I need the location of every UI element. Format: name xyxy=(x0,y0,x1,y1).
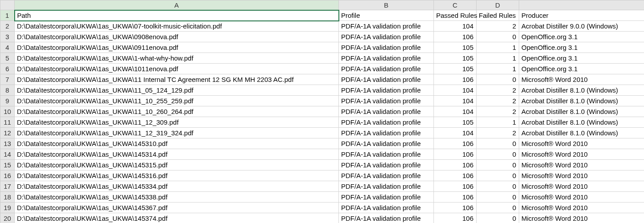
cell-D6[interactable]: 1 xyxy=(477,64,519,74)
row-header-20[interactable]: 20 xyxy=(0,213,15,223)
cell-E20[interactable]: Microsoft® Word 2010 xyxy=(519,213,644,223)
cell-A10[interactable]: D:\Data\testcorpora\UKWA\1as_UKWA\11_10_… xyxy=(15,106,339,117)
cell-B18[interactable]: PDF/A-1A validation profile xyxy=(339,192,434,203)
cell-C4[interactable]: 105 xyxy=(434,42,477,53)
cell-D4[interactable]: 1 xyxy=(477,42,519,53)
cell-B9[interactable]: PDF/A-1A validation profile xyxy=(339,96,434,106)
column-header-C[interactable]: C xyxy=(434,0,477,10)
cell-D13[interactable]: 0 xyxy=(477,138,519,149)
cell-E9[interactable]: Acrobat Distiller 8.1.0 (Windows) xyxy=(519,96,644,106)
cell-A14[interactable]: D:\Data\testcorpora\UKWA\1as_UKWA\145314… xyxy=(15,149,339,160)
cell-E14[interactable]: Microsoft® Word 2010 xyxy=(519,149,644,160)
row-header-6[interactable]: 6 xyxy=(0,64,15,74)
cell-B7[interactable]: PDF/A-1A validation profile xyxy=(339,74,434,85)
cell-C16[interactable]: 106 xyxy=(434,170,477,181)
cell-E15[interactable]: Microsoft® Word 2010 xyxy=(519,160,644,170)
cell-D7[interactable]: 0 xyxy=(477,74,519,85)
row-header-16[interactable]: 16 xyxy=(0,170,15,181)
cell-D18[interactable]: 0 xyxy=(477,192,519,203)
column-header-E[interactable] xyxy=(519,0,644,10)
row-header-12[interactable]: 12 xyxy=(0,128,15,138)
cell-D11[interactable]: 1 xyxy=(477,117,519,128)
cell-B19[interactable]: PDF/A-1A validation profile xyxy=(339,203,434,213)
cell-E13[interactable]: Microsoft® Word 2010 xyxy=(519,138,644,149)
cell-C5[interactable]: 105 xyxy=(434,53,477,64)
cell-E4[interactable]: OpenOffice.org 3.1 xyxy=(519,42,644,53)
cell-D12[interactable]: 2 xyxy=(477,128,519,138)
cell-E12[interactable]: Acrobat Distiller 8.1.0 (Windows) xyxy=(519,128,644,138)
cell-A5[interactable]: D:\Data\testcorpora\UKWA\1as_UKWA\1-what… xyxy=(15,53,339,64)
row-header-7[interactable]: 7 xyxy=(0,74,15,85)
cell-D15[interactable]: 0 xyxy=(477,160,519,170)
cell-B3[interactable]: PDF/A-1A validation profile xyxy=(339,32,434,42)
cell-D3[interactable]: 0 xyxy=(477,32,519,42)
cell-D17[interactable]: 0 xyxy=(477,181,519,192)
cell-E10[interactable]: Acrobat Distiller 8.1.0 (Windows) xyxy=(519,106,644,117)
cell-B1[interactable]: Profile xyxy=(339,10,434,21)
cell-A13[interactable]: D:\Data\testcorpora\UKWA\1as_UKWA\145310… xyxy=(15,138,339,149)
cell-A8[interactable]: D:\Data\testcorpora\UKWA\1as_UKWA\11_05_… xyxy=(15,85,339,96)
cell-D1[interactable]: Failed Rules xyxy=(477,10,519,21)
cell-C8[interactable]: 104 xyxy=(434,85,477,96)
cell-C2[interactable]: 104 xyxy=(434,21,477,32)
cell-C1[interactable]: Passed Rules xyxy=(434,10,477,21)
cell-C10[interactable]: 104 xyxy=(434,106,477,117)
cell-C9[interactable]: 104 xyxy=(434,96,477,106)
cell-E5[interactable]: OpenOffice.org 3.1 xyxy=(519,53,644,64)
cell-B13[interactable]: PDF/A-1A validation profile xyxy=(339,138,434,149)
cell-B2[interactable]: PDF/A-1A validation profile xyxy=(339,21,434,32)
cell-E3[interactable]: OpenOffice.org 3.1 xyxy=(519,32,644,42)
cell-B11[interactable]: PDF/A-1A validation profile xyxy=(339,117,434,128)
cell-E18[interactable]: Microsoft® Word 2010 xyxy=(519,192,644,203)
cell-E8[interactable]: Acrobat Distiller 8.1.0 (Windows) xyxy=(519,85,644,96)
row-header-17[interactable]: 17 xyxy=(0,181,15,192)
cell-D20[interactable]: 0 xyxy=(477,213,519,223)
row-header-3[interactable]: 3 xyxy=(0,32,15,42)
spreadsheet-grid[interactable]: A B C D 1 Path Profile Passed Rules Fail… xyxy=(0,0,644,223)
cell-D10[interactable]: 2 xyxy=(477,106,519,117)
row-header-19[interactable]: 19 xyxy=(0,203,15,213)
cell-B8[interactable]: PDF/A-1A validation profile xyxy=(339,85,434,96)
cell-E2[interactable]: Acrobat Distiller 9.0.0 (Windows) xyxy=(519,21,644,32)
cell-E6[interactable]: OpenOffice.org 3.1 xyxy=(519,64,644,74)
cell-B15[interactable]: PDF/A-1A validation profile xyxy=(339,160,434,170)
row-header-10[interactable]: 10 xyxy=(0,106,15,117)
row-header-5[interactable]: 5 xyxy=(0,53,15,64)
cell-C6[interactable]: 105 xyxy=(434,64,477,74)
cell-A18[interactable]: D:\Data\testcorpora\UKWA\1as_UKWA\145338… xyxy=(15,192,339,203)
cell-E16[interactable]: Microsoft® Word 2010 xyxy=(519,170,644,181)
column-header-B[interactable]: B xyxy=(339,0,434,10)
cell-B4[interactable]: PDF/A-1A validation profile xyxy=(339,42,434,53)
row-header-4[interactable]: 4 xyxy=(0,42,15,53)
cell-A6[interactable]: D:\Data\testcorpora\UKWA\1as_UKWA\1011en… xyxy=(15,64,339,74)
row-header-9[interactable]: 9 xyxy=(0,96,15,106)
cell-D8[interactable]: 2 xyxy=(477,85,519,96)
cell-C3[interactable]: 106 xyxy=(434,32,477,42)
cell-D19[interactable]: 0 xyxy=(477,203,519,213)
cell-C13[interactable]: 106 xyxy=(434,138,477,149)
cell-A7[interactable]: D:\Data\testcorpora\UKWA\1as_UKWA\11 Int… xyxy=(15,74,339,85)
cell-E17[interactable]: Microsoft® Word 2010 xyxy=(519,181,644,192)
row-header-14[interactable]: 14 xyxy=(0,149,15,160)
cell-A9[interactable]: D:\Data\testcorpora\UKWA\1as_UKWA\11_10_… xyxy=(15,96,339,106)
cell-C15[interactable]: 106 xyxy=(434,160,477,170)
cell-C14[interactable]: 106 xyxy=(434,149,477,160)
row-header-15[interactable]: 15 xyxy=(0,160,15,170)
cell-B16[interactable]: PDF/A-1A validation profile xyxy=(339,170,434,181)
cell-A12[interactable]: D:\Data\testcorpora\UKWA\1as_UKWA\11_12_… xyxy=(15,128,339,138)
cell-B14[interactable]: PDF/A-1A validation profile xyxy=(339,149,434,160)
cell-E19[interactable]: Microsoft® Word 2010 xyxy=(519,203,644,213)
cell-A1[interactable]: Path xyxy=(15,10,339,21)
cell-B6[interactable]: PDF/A-1A validation profile xyxy=(339,64,434,74)
cell-A16[interactable]: D:\Data\testcorpora\UKWA\1as_UKWA\145316… xyxy=(15,170,339,181)
cell-A19[interactable]: D:\Data\testcorpora\UKWA\1as_UKWA\145367… xyxy=(15,203,339,213)
cell-D9[interactable]: 2 xyxy=(477,96,519,106)
cell-A3[interactable]: D:\Data\testcorpora\UKWA\1as_UKWA\0908en… xyxy=(15,32,339,42)
cell-C18[interactable]: 106 xyxy=(434,192,477,203)
cell-C17[interactable]: 106 xyxy=(434,181,477,192)
cell-A4[interactable]: D:\Data\testcorpora\UKWA\1as_UKWA\0911en… xyxy=(15,42,339,53)
cell-B17[interactable]: PDF/A-1A validation profile xyxy=(339,181,434,192)
cell-D2[interactable]: 2 xyxy=(477,21,519,32)
select-all-corner[interactable] xyxy=(0,0,15,10)
row-header-2[interactable]: 2 xyxy=(0,21,15,32)
